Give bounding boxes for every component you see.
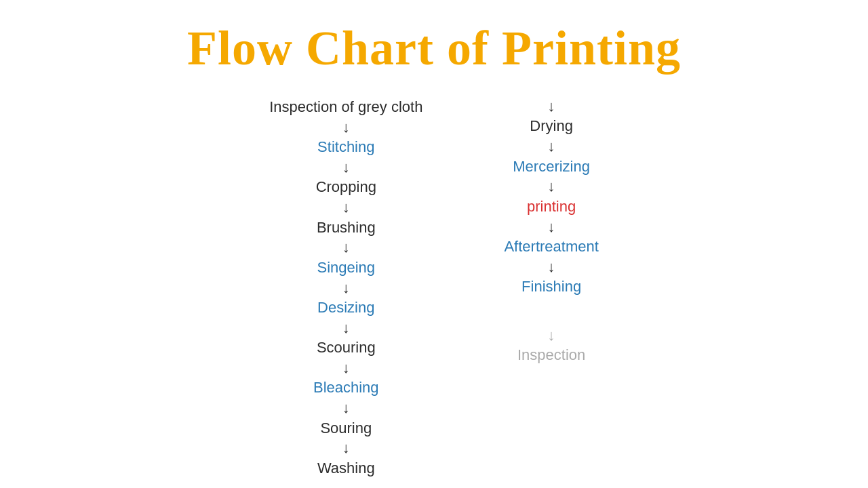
flowchart-area: Inspection of grey cloth↓Stitching↓Cropp… xyxy=(0,97,868,479)
flow-step: Stitching xyxy=(317,137,374,158)
flow-step: Mercerizing xyxy=(513,157,590,178)
flow-step: Souring xyxy=(320,418,372,439)
arrow-icon: ↓ xyxy=(342,159,350,176)
arrow-icon: ↓ xyxy=(548,138,555,155)
page-title: Flow Chart of Printing xyxy=(187,20,681,77)
arrow-icon: ↓ xyxy=(342,399,350,417)
flow-step: Aftertreatment xyxy=(504,237,598,258)
arrow-icon: ↓ xyxy=(342,239,350,256)
flow-step: Cropping xyxy=(316,177,376,198)
flow-step: Brushing xyxy=(317,218,376,239)
arrow-icon: ↓ xyxy=(548,98,555,115)
arrow-icon: ↓ xyxy=(548,218,555,236)
arrow-icon: ↓ xyxy=(342,119,350,136)
page-container: Flow Chart of Printing Inspection of gre… xyxy=(0,0,868,488)
arrow-icon: ↓ xyxy=(342,439,350,457)
flow-step: Inspection xyxy=(517,345,585,366)
flow-step: printing xyxy=(527,197,576,218)
right-column: ↓Drying↓Mercerizing↓printing↓Aftertreatm… xyxy=(504,97,598,479)
flow-step: Bleaching xyxy=(313,378,379,399)
left-column: Inspection of grey cloth↓Stitching↓Cropp… xyxy=(269,97,422,479)
flow-step: Inspection of grey cloth xyxy=(269,97,422,118)
flow-step: Washing xyxy=(317,458,375,479)
flow-step: Finishing xyxy=(521,277,581,298)
arrow-icon: ↓ xyxy=(342,199,350,216)
arrow-icon: ↓ xyxy=(342,359,350,377)
flow-step: Desizing xyxy=(317,298,374,319)
arrow-icon: ↓ xyxy=(548,258,555,276)
arrow-icon: ↓ xyxy=(342,279,350,297)
flow-step: Scouring xyxy=(317,338,376,359)
flow-step: Singeing xyxy=(317,258,375,279)
flow-step: Drying xyxy=(530,116,573,137)
arrow-icon: ↓ xyxy=(548,178,555,195)
arrow-icon: ↓ xyxy=(548,327,555,344)
arrow-icon: ↓ xyxy=(342,319,350,337)
